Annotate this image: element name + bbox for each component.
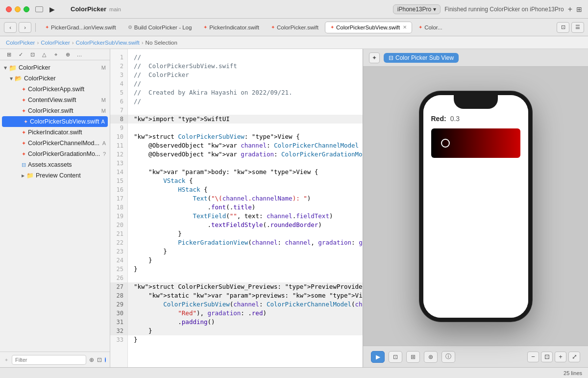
tab-color-more[interactable]: ✦ Color... [413, 22, 447, 33]
sidebar-btn-plus[interactable]: ⊕ [63, 50, 73, 59]
preview-person-button[interactable]: ⊛ [424, 351, 438, 363]
run-button[interactable]: ▶ [47, 4, 57, 14]
sidebar-btn-search[interactable]: ⌖ [51, 50, 61, 59]
sidebar-sort-icon[interactable]: ⊡ [97, 356, 102, 363]
swift-icon: ✦ [45, 25, 49, 30]
line-number: 18 [110, 203, 127, 212]
chevron-down-icon: ▾ [433, 6, 436, 13]
sidebar-item-colorpicker-group[interactable]: ▶ 📂 ColorPicker [0, 73, 110, 84]
breadcrumb-sep: › [72, 40, 74, 46]
app-subtitle: main [109, 6, 121, 12]
maximize-button[interactable] [24, 6, 29, 12]
tab-build[interactable]: ⚙ Build ColorPicker - Log [122, 22, 197, 33]
code-line: } [128, 229, 363, 238]
sidebar-add-icon[interactable]: ⊕ [89, 356, 94, 363]
badge: A [102, 140, 106, 146]
sidebar-item-colorpickerapp[interactable]: ✦ ColorPickerApp.swift [0, 84, 110, 95]
preview-grid-button[interactable]: ⊡ [389, 351, 402, 363]
zoom-in-button[interactable]: + [555, 352, 566, 362]
code-line: // [128, 53, 363, 62]
swift-icon: ✦ [22, 97, 26, 103]
sidebar-item-label: ColorPickerApp.swift [28, 86, 84, 93]
preview-footer-left: ▶ ⊡ ⊞ ⊛ ⓘ [371, 351, 455, 363]
folder-icon: 📁 [26, 172, 34, 179]
code-line: .padding() [128, 318, 363, 327]
breadcrumb-item[interactable]: ColorPickerSubView.swift [76, 40, 140, 46]
code-line: .font(.title) [128, 203, 363, 212]
line-number: 17 [110, 194, 127, 203]
preview-header-icon[interactable]: ✦ [369, 52, 380, 63]
code-line: PickerGradationView(channel: channel, gr… [128, 238, 363, 247]
sidebar-item-colorpickerchannel[interactable]: ✦ ColorPickerChannelMod... A [0, 138, 110, 149]
filter-input[interactable] [12, 355, 86, 365]
preview-play-button[interactable]: ▶ [371, 351, 385, 363]
sidebar-btn-check[interactable]: ✓ [16, 50, 25, 59]
plus-icon[interactable]: ＋ [4, 356, 9, 363]
sidebar-btn-sort[interactable]: ⊡ [27, 50, 37, 59]
tab-pickergrad[interactable]: ✦ PickerGrad...ionView.swift [40, 22, 122, 33]
color-gradient-bar[interactable] [431, 128, 520, 158]
swift-icon: ✦ [203, 25, 207, 30]
code-line: } [128, 247, 363, 256]
code-line: "kw">struct ColorPickerSubView_Previews:… [128, 282, 363, 291]
close-icon[interactable]: ✕ [403, 25, 407, 30]
sidebar-btn-grid[interactable]: ⊞ [4, 50, 14, 59]
swift-icon: ✦ [22, 151, 26, 157]
gradient-indicator[interactable] [441, 139, 450, 148]
sidebar-item-pickerindicator[interactable]: ✦ PickerIndicator.swift [0, 127, 110, 138]
tab-colorpickersubview[interactable]: ✦ ColorPickerSubView.swift ✕ [325, 22, 412, 33]
toolbar-layout-btn[interactable]: ☰ [571, 22, 584, 33]
sidebar-item-label: ColorPickerSubView.swift [30, 118, 99, 125]
preview-title-button[interactable]: ⊟ Color Picker Sub View [384, 53, 459, 63]
preview-info-button[interactable]: ⓘ [441, 351, 455, 363]
zoom-out-button[interactable]: − [527, 352, 539, 362]
sidebar-item-colorpicker-swift[interactable]: ✦ ColorPicker.swift M [0, 105, 110, 116]
back-button[interactable]: ‹ [4, 22, 17, 33]
line-number: 28 [110, 291, 127, 300]
toolbar-split-btn[interactable]: ⊡ [557, 22, 569, 33]
line-number: 31 [110, 318, 127, 327]
build-icon: ⚙ [128, 25, 132, 30]
preview-devices-button[interactable]: ⊞ [406, 351, 420, 363]
sidebar-toggle[interactable] [35, 6, 43, 12]
line-number: 15 [110, 176, 127, 185]
code-line: "Red"), gradation: .red) [128, 309, 363, 318]
code-content[interactable]: //// ColorPickerSubView.swift// ColorPic… [128, 49, 363, 367]
forward-button[interactable]: › [19, 22, 31, 33]
tab-label: PickerGrad...ionView.swift [51, 25, 116, 30]
folder-icon: 📁 [9, 64, 17, 72]
sidebar-btn-filter[interactable]: △ [39, 50, 49, 59]
close-button[interactable] [6, 6, 12, 12]
zoom-fit-button[interactable]: ⊡ [541, 352, 553, 362]
sidebar-item-colorpicker-root[interactable]: ▶ 📁 ColorPicker M [0, 62, 110, 73]
sidebar-item-preview-content[interactable]: ▶ 📁 Preview Content [0, 170, 110, 181]
sidebar-btn-dots[interactable]: … [74, 50, 84, 59]
iphone-label-row: Red: 0.3 [431, 115, 520, 123]
split-icon[interactable]: ⊞ [576, 5, 582, 13]
breadcrumb-sep: › [142, 40, 144, 46]
breadcrumb-item[interactable]: ColorPicker [6, 40, 35, 46]
traffic-lights [6, 6, 29, 12]
device-selector[interactable]: iPhone13Pro ▾ [393, 4, 441, 14]
tab-pickerindicator[interactable]: ✦ PickerIndicator.swift [198, 22, 265, 33]
line-number: 10 [110, 132, 127, 141]
line-number: 20 [110, 221, 127, 229]
zoom-controls: − ⊡ + ⤢ [527, 352, 580, 362]
minimize-button[interactable] [15, 6, 21, 12]
tab-label: Build ColorPicker - Log [134, 25, 192, 30]
line-number: 4 [110, 79, 127, 88]
breadcrumb-item[interactable]: ColorPicker [41, 40, 70, 46]
tab-colorpicker[interactable]: ✦ ColorPicker.swift [266, 22, 324, 33]
sidebar-item-assets[interactable]: ⊟ Assets.xcassets [0, 159, 110, 170]
title-bar: ▶ ColorPicker main iPhone13Pro ▾ Finishe… [0, 0, 588, 19]
preview-panel: ✦ ⊟ Color Picker Sub View Red: 0.3 [363, 49, 588, 367]
sidebar-item-pickergradation[interactable]: ✦ ColorPickerGradationMo... ? [0, 149, 110, 159]
add-icon[interactable]: + [568, 5, 572, 14]
code-line: } [128, 256, 363, 265]
code-area[interactable]: 1234567891011121314151617181920212223242… [110, 49, 363, 367]
tab-label: ColorPicker.swift [277, 25, 318, 30]
zoom-full-button[interactable]: ⤢ [568, 352, 580, 362]
sidebar-item-contentview[interactable]: ✦ ContentView.swift M [0, 95, 110, 105]
line-number: 27 [110, 282, 127, 291]
sidebar-item-colorpickersubview[interactable]: ✦ ColorPickerSubView.swift A [2, 116, 108, 127]
